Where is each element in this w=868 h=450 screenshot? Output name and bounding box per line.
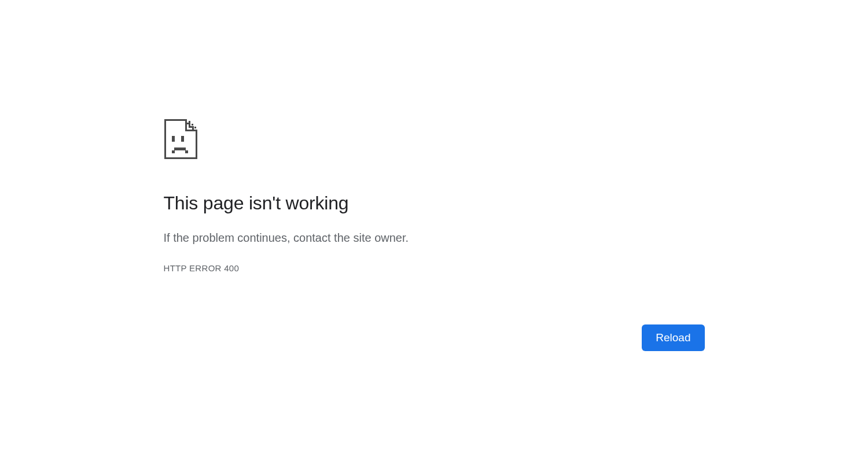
reload-button[interactable]: Reload	[642, 324, 704, 351]
button-row: Reload	[642, 324, 704, 351]
error-code: HTTP ERROR 400	[164, 263, 705, 273]
svg-rect-1	[192, 124, 193, 126]
svg-rect-2	[194, 127, 196, 128]
svg-rect-7	[185, 150, 188, 153]
error-message: If the problem continues, contact the si…	[164, 230, 705, 246]
error-page-container: This page isn't working If the problem c…	[164, 0, 705, 273]
svg-rect-4	[181, 136, 184, 142]
error-title: This page isn't working	[164, 191, 705, 215]
svg-rect-3	[172, 136, 175, 142]
svg-rect-6	[172, 150, 175, 153]
sad-page-icon	[164, 119, 705, 159]
svg-rect-0	[189, 121, 190, 123]
svg-rect-5	[174, 147, 186, 150]
